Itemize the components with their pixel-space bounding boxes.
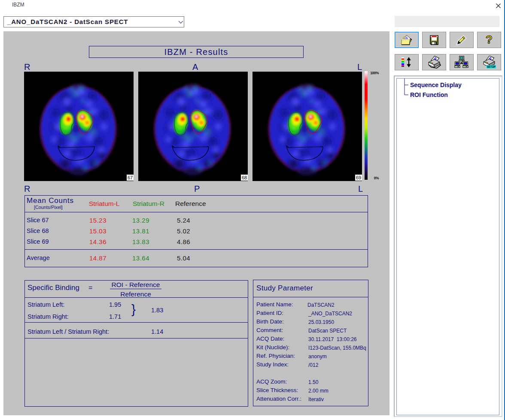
svg-text:?: ? bbox=[486, 34, 493, 46]
svg-text:SETUP: SETUP bbox=[487, 65, 496, 68]
